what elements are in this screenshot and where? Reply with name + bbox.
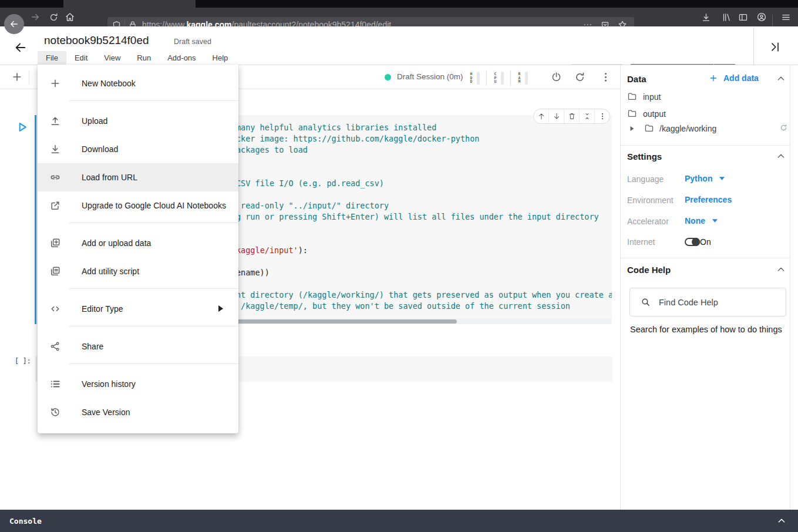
home-icon xyxy=(65,12,75,22)
cpu-gauge-bar xyxy=(501,72,504,85)
collapse-cell-button[interactable] xyxy=(579,109,594,123)
trash-icon xyxy=(568,112,576,120)
library-button[interactable] xyxy=(720,11,732,23)
resource-gauges: HDD CPU RAM xyxy=(469,70,528,86)
gauge-divider xyxy=(486,70,487,86)
session-status-dot xyxy=(385,74,391,80)
collapse-panel-button[interactable] xyxy=(769,41,781,53)
back-button[interactable] xyxy=(4,14,24,34)
toolbar-divider xyxy=(29,70,29,84)
restart-session-button[interactable] xyxy=(574,71,586,83)
collapse-right-icon xyxy=(769,41,781,53)
cell-more-button[interactable] xyxy=(594,109,610,123)
power-icon xyxy=(550,71,563,83)
console-expand-button[interactable] xyxy=(777,516,786,526)
power-button[interactable] xyxy=(550,71,563,83)
code-help-collapse-button[interactable] xyxy=(776,265,786,274)
folder-row-input[interactable]: input xyxy=(627,92,661,102)
menu-edit[interactable]: Edit xyxy=(66,51,96,65)
language-select[interactable]: Python xyxy=(685,174,725,183)
accelerator-select[interactable]: None xyxy=(685,216,718,225)
more-vertical-icon xyxy=(598,112,607,120)
menu-file[interactable]: File xyxy=(38,51,66,65)
internet-toggle-state: On xyxy=(700,237,711,247)
arrow-left-icon xyxy=(14,41,27,54)
right-sidebar: Data Add data input output /kaggle/worki… xyxy=(621,65,790,510)
menu-view[interactable]: View xyxy=(96,51,129,65)
refresh-icon xyxy=(779,123,788,132)
toolbar-more-button[interactable] xyxy=(600,71,612,86)
internet-toggle[interactable]: On xyxy=(685,237,711,247)
forward-button[interactable] xyxy=(29,11,41,23)
save-version-icon xyxy=(49,406,61,418)
add-data-button[interactable]: Add data xyxy=(709,73,759,83)
account-icon xyxy=(756,12,767,22)
internet-label: Internet xyxy=(627,237,655,247)
delete-cell-button[interactable] xyxy=(564,109,579,123)
browser-active-tab[interactable] xyxy=(63,0,196,8)
add-cell-button[interactable] xyxy=(11,71,23,83)
arrow-up-icon xyxy=(537,112,546,120)
menu-add-ons[interactable]: Add-ons xyxy=(159,51,204,65)
code-icon xyxy=(49,303,61,315)
menu-help[interactable]: Help xyxy=(204,51,237,65)
hdd-gauge-label: HDD xyxy=(469,72,473,84)
folder-row-working[interactable]: /kaggle/working xyxy=(629,123,716,133)
menu-item-version-history[interactable]: Version history xyxy=(38,370,238,398)
download-icon xyxy=(49,143,61,155)
header-divider xyxy=(753,27,754,65)
menu-item-new-notebook[interactable]: New Notebook xyxy=(38,69,238,97)
ram-gauge-label: RAM xyxy=(517,72,521,84)
code-help-section-title: Code Help xyxy=(627,265,671,275)
menu-item-editor-type[interactable]: Editor Type xyxy=(38,295,238,323)
notebook-header: notebook9b5214f0ed Draft saved File Edit… xyxy=(0,26,798,65)
search-placeholder: Find Code Help xyxy=(659,298,718,307)
menu-item-download[interactable]: Download xyxy=(38,135,238,163)
arrow-left-icon xyxy=(9,19,19,29)
gauge-divider xyxy=(510,70,511,86)
console-label: Console xyxy=(9,517,42,526)
file-menu: New Notebook Upload Download Load from U… xyxy=(38,65,238,433)
home-button[interactable] xyxy=(64,11,76,23)
page-title: notebook9b5214f0ed xyxy=(44,34,149,47)
ram-gauge-bar xyxy=(525,72,528,85)
environment-preferences-link[interactable]: Preferences xyxy=(685,195,732,204)
menu-run[interactable]: Run xyxy=(129,51,159,65)
console-bar[interactable]: Console xyxy=(0,510,798,532)
menu-item-load-from-url[interactable]: Load from URL xyxy=(38,163,238,191)
reload-button[interactable] xyxy=(48,11,59,23)
accelerator-label: Accelerator xyxy=(627,217,669,226)
settings-collapse-button[interactable] xyxy=(776,151,786,161)
draft-status: Draft saved xyxy=(174,38,211,46)
notebook-back-button[interactable] xyxy=(14,41,27,54)
plus-icon xyxy=(49,78,61,89)
account-button[interactable] xyxy=(756,11,767,23)
section-divider xyxy=(621,145,790,146)
run-cell-button[interactable] xyxy=(18,122,28,134)
menu-item-upload[interactable]: Upload xyxy=(38,107,238,135)
move-cell-up-button[interactable] xyxy=(534,109,548,123)
menu-item-add-or-upload-data[interactable]: Add or upload data xyxy=(38,229,238,257)
folder-row-output[interactable]: output xyxy=(627,109,666,119)
menu-divider xyxy=(69,223,238,223)
browser-menu-button[interactable] xyxy=(780,11,792,23)
version-history-icon xyxy=(49,378,61,390)
menu-item-upgrade-gcloud[interactable]: Upgrade to Google Cloud AI Notebooks xyxy=(38,191,238,220)
sidebar-toggle-button[interactable] xyxy=(737,11,749,23)
menu-item-share[interactable]: Share xyxy=(38,332,238,361)
menu-item-add-utility-script[interactable]: Add utility script xyxy=(38,257,238,285)
browser-tab-strip xyxy=(0,0,798,8)
data-collapse-button[interactable] xyxy=(776,74,786,83)
download-icon xyxy=(701,12,711,22)
menu-item-save-version[interactable]: Save Version xyxy=(38,398,238,426)
arrow-down-icon xyxy=(553,112,561,120)
chevron-up-icon xyxy=(777,516,786,526)
downloads-button[interactable] xyxy=(700,11,712,23)
code-help-description: Search for examples of how to do things xyxy=(630,325,782,334)
code-help-search-input[interactable]: Find Code Help xyxy=(629,288,786,316)
menu-divider xyxy=(69,363,238,364)
caret-down-icon xyxy=(719,177,725,180)
refresh-working-button[interactable] xyxy=(779,123,788,132)
share-icon xyxy=(49,341,61,352)
move-cell-down-button[interactable] xyxy=(548,109,564,123)
